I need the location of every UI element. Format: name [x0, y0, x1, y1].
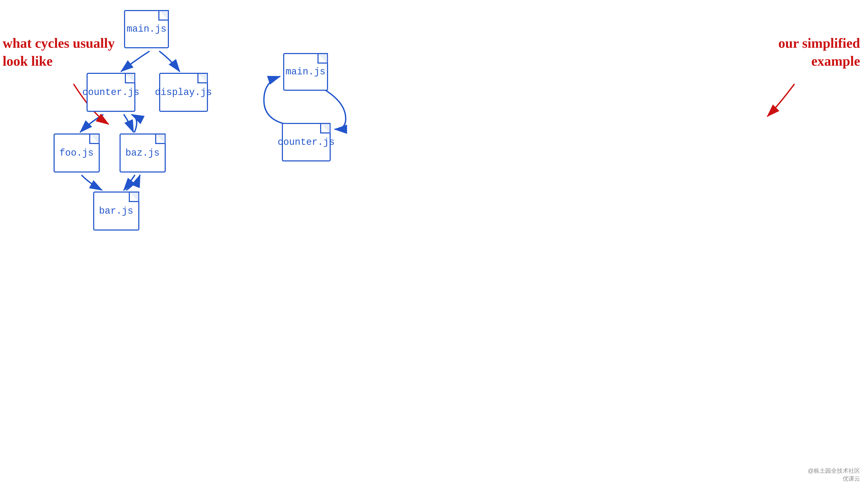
left-annotation: what cycles usually look like [3, 34, 115, 70]
node-counter-left: counter.js [85, 71, 137, 113]
node-foo-left-label: foo.js [59, 148, 94, 159]
node-baz-left-label: baz.js [125, 148, 160, 159]
node-bar-left-label: bar.js [99, 206, 133, 217]
node-baz-left: baz.js [118, 132, 167, 174]
node-main-left: main.js [121, 8, 172, 50]
node-main-left-label: main.js [126, 24, 166, 35]
node-counter-right: counter.js [280, 121, 333, 163]
watermark: @栋土园全技术社区 优课云 [808, 467, 860, 483]
node-main-right: main.js [281, 52, 330, 92]
node-display-left-label: display.js [155, 87, 212, 98]
node-display-left: display.js [157, 71, 210, 113]
node-bar-left: bar.js [91, 190, 141, 232]
right-annotation: our simplified example [778, 34, 860, 70]
node-counter-left-label: counter.js [82, 87, 140, 98]
node-counter-right-label: counter.js [278, 137, 335, 148]
node-foo-left: foo.js [52, 132, 102, 174]
node-main-right-label: main.js [285, 66, 326, 77]
